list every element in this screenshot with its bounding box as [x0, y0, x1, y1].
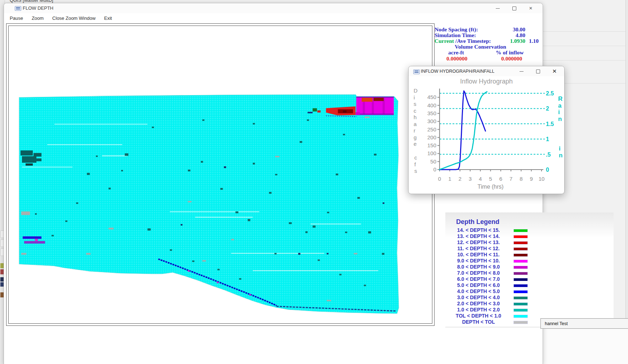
qgis-layer-swatch: [0, 277, 4, 282]
axis-letter: r: [414, 128, 415, 133]
svg-text:5: 5: [489, 176, 492, 182]
axis-letter: i: [558, 109, 560, 115]
legend-row-swatch: [513, 229, 528, 232]
axis-letter: c: [414, 155, 417, 160]
legend-row-label: 12. < DEPTH < 13.: [445, 239, 512, 246]
axis-letter: R: [558, 96, 562, 102]
legend-row-swatch: [513, 272, 528, 275]
maximize-icon: [512, 6, 516, 10]
legend-row-swatch: [513, 241, 528, 244]
acre-ft-value: 0.000000: [446, 55, 467, 62]
legend-row: 5.0 < DEPTH < 6.0: [445, 282, 539, 288]
legend-row: 3.0 < DEPTH < 4.0: [445, 295, 539, 301]
axis-letter: e: [414, 141, 417, 147]
axis-letter: g: [414, 135, 417, 140]
scrollbar[interactable]: [625, 0, 628, 364]
legend-row: 7.0 < DEPTH < 8.0: [445, 270, 539, 276]
svg-text:.5: .5: [546, 152, 551, 158]
svg-text:50: 50: [430, 158, 436, 165]
axis-letter: i: [559, 145, 561, 152]
flood-depth-map: [9, 26, 432, 323]
qgis-layer-swatch: [0, 282, 4, 287]
legend-row-swatch: [513, 284, 528, 287]
right-panel-divider: [542, 60, 628, 60]
svg-text:350: 350: [427, 110, 436, 116]
svg-text:250: 250: [427, 126, 436, 132]
menu-bar: PauseZoomClose Zoom WindowExit: [4, 13, 543, 23]
svg-text:7: 7: [509, 176, 512, 182]
legend-row-swatch: [513, 260, 528, 263]
legend-row: 11. < DEPTH < 12.: [445, 246, 539, 252]
depth-legend-title: Depth Legend: [445, 218, 510, 226]
map-frame-inner: [8, 26, 432, 324]
axis-letter: i: [414, 95, 415, 100]
menu-item-close-zoom-window[interactable]: Close Zoom Window: [52, 15, 96, 22]
menu-item-exit[interactable]: Exit: [103, 15, 113, 22]
legend-row-swatch: [513, 266, 528, 269]
pct-inflow-label: % of inflow: [496, 49, 524, 56]
svg-text:150: 150: [427, 142, 436, 148]
svg-text:Time (hrs): Time (hrs): [477, 184, 503, 190]
svg-text:6: 6: [499, 176, 502, 182]
legend-row-label: 13. < DEPTH < 14.: [445, 233, 512, 239]
qgis-window-title: QGIS [Master MultD]: [10, 0, 53, 3]
svg-text:0: 0: [433, 166, 436, 172]
axis-letter: s: [414, 168, 417, 174]
legend-row: 10. < DEPTH < 11.: [445, 252, 539, 258]
axis-letter: n: [559, 152, 562, 158]
axis-letter: c: [414, 108, 417, 113]
hydrograph-chart: 0501001502002503003504004500.511.522.501…: [409, 66, 564, 194]
legend-row-label: 14. < DEPTH < 15.: [445, 227, 512, 233]
close-icon: ✕: [529, 6, 533, 11]
svg-text:8: 8: [520, 176, 522, 182]
volume-conservation-label: Volume Conservation: [455, 44, 506, 50]
svg-text:3: 3: [469, 176, 472, 182]
legend-row-label: 6.0 < DEPTH < 7.0: [445, 276, 512, 282]
maximize-button[interactable]: [506, 3, 522, 13]
current-label: Current: [435, 38, 454, 44]
legend-row-label: 3.0 < DEPTH < 4.0: [445, 295, 512, 301]
channel-test-label: hannel Test: [545, 321, 568, 326]
svg-text:1: 1: [448, 176, 451, 182]
acre-ft-label: acre-ft: [448, 49, 464, 56]
legend-row-swatch: [513, 321, 528, 324]
close-button[interactable]: ✕: [522, 3, 539, 13]
legend-row: TOL < DEPTH < 1.0: [445, 313, 539, 319]
svg-text:2: 2: [458, 176, 461, 182]
ave-timestep-value: 1.10: [529, 38, 539, 44]
svg-text:200: 200: [427, 134, 436, 140]
legend-row: 12. < DEPTH < 13.: [445, 239, 539, 246]
minimize-button[interactable]: [489, 3, 506, 13]
ave-timestep-label: /Ave Timestep:: [454, 38, 491, 44]
svg-text:100: 100: [427, 150, 436, 156]
svg-text:450: 450: [427, 94, 436, 100]
minimize-icon: [496, 8, 500, 9]
flow-depth-titlebar[interactable]: FLOW DEPTH ✕: [4, 3, 543, 13]
svg-text:0: 0: [546, 167, 549, 173]
right-panel-divider: [542, 31, 628, 32]
legend-row-label: 9.0 < DEPTH < 10.: [445, 258, 512, 264]
legend-row: 13. < DEPTH < 14.: [445, 233, 539, 239]
legend-row-swatch: [513, 235, 528, 238]
legend-row-label: 11. < DEPTH < 12.: [445, 246, 512, 252]
axis-letter: h: [414, 114, 417, 120]
menu-item-zoom[interactable]: Zoom: [31, 15, 44, 22]
channel-test-window-fragment[interactable]: hannel Test: [540, 318, 628, 329]
legend-row: 2.0 < DEPTH < 3.0: [445, 301, 539, 307]
legend-row-swatch: [513, 309, 528, 312]
depth-legend-panel: Depth Legend 14. < DEPTH < 15.13. < DEPT…: [445, 212, 614, 327]
screen: QGIS [Master MultD] FLOW DEPTH ✕ PauseZo…: [0, 0, 628, 364]
legend-row-swatch: [513, 278, 528, 281]
menu-item-pause[interactable]: Pause: [9, 15, 24, 22]
axis-letter: D: [414, 88, 418, 93]
legend-row-label: 8.0 < DEPTH < 9.0: [445, 264, 512, 270]
svg-text:9: 9: [530, 176, 533, 182]
legend-row: 14. < DEPTH < 15.: [445, 227, 539, 233]
legend-row: 1.0 < DEPTH < 2.0: [445, 307, 539, 313]
legend-row-label: 7.0 < DEPTH < 8.0: [445, 270, 512, 276]
svg-text:1: 1: [546, 136, 549, 142]
legend-row-label: 5.0 < DEPTH < 6.0: [445, 282, 512, 288]
flo2d-logo-icon: [15, 6, 21, 11]
svg-text:10: 10: [539, 176, 545, 182]
legend-row-label: 10. < DEPTH < 11.: [445, 252, 512, 258]
